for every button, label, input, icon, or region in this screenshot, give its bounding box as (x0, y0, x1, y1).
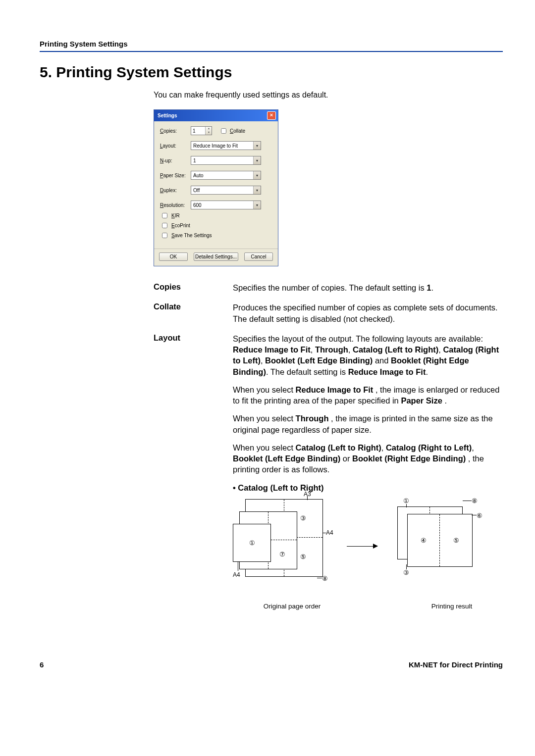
copies-input[interactable] (191, 127, 205, 135)
ecoprint-checkbox[interactable]: EcoPrint (160, 221, 272, 230)
papersize-label: Paper Size: (160, 173, 191, 178)
chevron-down-icon[interactable] (253, 142, 261, 150)
dialog-title: Settings (158, 113, 177, 118)
def-copies: Copies Specifies the number of copies. T… (154, 282, 503, 293)
res-n8: ⑧ (472, 497, 478, 505)
nup-value: 1 (191, 158, 253, 163)
resolution-value: 600 (191, 202, 253, 208)
catalog-ltr-heading: • Catalog (Left to Right) (233, 482, 503, 493)
nup-select[interactable]: 1 (191, 156, 261, 165)
chevron-down-icon[interactable] (253, 201, 261, 209)
ok-button[interactable]: OK (159, 252, 188, 261)
copies-label: Copies: (160, 128, 191, 134)
kir-checkbox[interactable]: KIR (160, 211, 272, 220)
layout-select[interactable]: Reduce Image to Fit (191, 141, 261, 150)
doc-title: KM-NET for Direct Printing (409, 660, 503, 669)
running-header: Printing System Settings (40, 40, 503, 48)
resolution-select[interactable]: 600 (191, 201, 261, 209)
page-a4-single: ① (233, 524, 271, 562)
detailed-settings-button[interactable]: Detailed Settings... (194, 252, 238, 261)
res-n3: ③ (403, 568, 409, 577)
collate-label: Collate (230, 128, 245, 134)
page-number: 6 (40, 660, 44, 669)
result-sheet-front: ④ ⑤ (407, 514, 473, 567)
nup-label: N-up: (160, 158, 191, 163)
duplex-select[interactable]: Off (191, 186, 261, 195)
label-n8-left: ⑧ (322, 574, 328, 583)
dialog-titlebar: Settings × (154, 110, 278, 121)
caption-result: Printing result (431, 602, 473, 611)
header-rule (40, 51, 503, 52)
close-icon[interactable]: × (267, 111, 276, 120)
chevron-down-icon[interactable] (253, 156, 261, 164)
def-layout: Layout Specifies the layout of the outpu… (154, 333, 503, 611)
intro-text: You can make frequently used settings as… (154, 91, 503, 100)
collate-input[interactable] (221, 128, 226, 134)
diagram-captions: Original page order Printing result (233, 602, 503, 611)
layout-value: Reduce Image to Fit (191, 143, 253, 149)
chevron-down-icon[interactable] (253, 171, 261, 179)
arrow-icon (347, 546, 377, 547)
settings-dialog: Settings × Copies: ▴▾ Collate Layout (154, 109, 278, 266)
term-copies: Copies (154, 282, 233, 293)
catalog-diagram: ② ③ ④ ⑤ ⑥ (233, 499, 503, 598)
resolution-label: Resolution: (160, 202, 191, 208)
duplex-value: Off (191, 188, 253, 193)
papersize-value: Auto (191, 173, 253, 178)
layout-label: Layout: (160, 143, 191, 149)
label-a4-right: A4 (326, 529, 333, 537)
caption-original: Original page order (264, 602, 321, 611)
def-collate: Collate Produces the specified number of… (154, 302, 503, 324)
collate-checkbox[interactable]: Collate (219, 127, 245, 135)
res-n6: ⑥ (477, 511, 482, 520)
copies-spinner[interactable]: ▴▾ (191, 126, 212, 135)
chevron-down-icon[interactable] (253, 186, 261, 194)
papersize-select[interactable]: Auto (191, 171, 261, 180)
page-title: 5. Printing System Settings (40, 64, 503, 81)
duplex-label: Duplex: (160, 188, 191, 193)
cancel-button[interactable]: Cancel (244, 252, 273, 261)
save-settings-checkbox[interactable]: Save The Settings (160, 231, 272, 240)
label-a4-bottom: A4 (233, 571, 240, 579)
term-collate: Collate (154, 302, 233, 324)
page-footer: 6 KM-NET for Direct Printing (40, 660, 503, 669)
term-layout: Layout (154, 333, 233, 611)
